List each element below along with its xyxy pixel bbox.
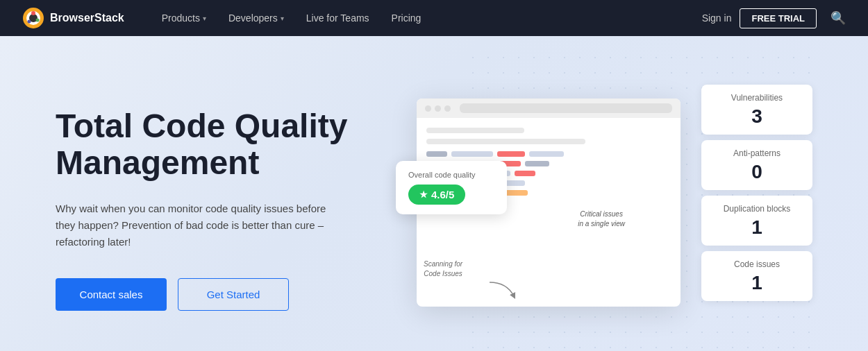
hero-content: Total Code Quality Management Why wait w… — [56, 108, 389, 311]
code-line — [426, 139, 585, 144]
hero-illustration: Overall code quality ★ 4.6/5 Scanning fo… — [389, 78, 812, 341]
code-segment-highlight — [497, 151, 525, 157]
get-started-button[interactable]: Get Started — [178, 278, 289, 311]
code-line — [426, 128, 524, 133]
hero-subtitle: Why wait when you can monitor code quali… — [56, 200, 333, 250]
critical-issues-label: Critical issuesin a single view — [578, 209, 625, 229]
sign-in-link[interactable]: Sign in — [702, 12, 732, 24]
free-trial-button[interactable]: FREE TRIAL — [740, 8, 817, 28]
quality-card: Overall code quality ★ 4.6/5 — [396, 161, 507, 214]
svg-point-5 — [28, 20, 31, 24]
contact-sales-button[interactable]: Contact sales — [56, 278, 167, 311]
nav-links: Products ▾ Developers ▾ Live for Teams P… — [152, 8, 702, 28]
browser-header — [417, 99, 681, 118]
quality-badge: ★ 4.6/5 — [408, 185, 465, 205]
hero-section: Total Code Quality Management Why wait w… — [0, 36, 868, 351]
chevron-down-icon: ▾ — [203, 15, 206, 22]
stat-value: 0 — [712, 162, 801, 182]
stats-column: Vulnerabilities 3 Anti-patterns 0 Duplic… — [701, 85, 812, 301]
navbar: BrowserStack Products ▾ Developers ▾ Liv… — [0, 0, 868, 36]
chevron-down-icon: ▾ — [281, 15, 284, 22]
stat-name: Vulnerabilities — [712, 93, 801, 103]
stat-value: 1 — [712, 273, 801, 293]
nav-live-for-teams[interactable]: Live for Teams — [297, 8, 379, 28]
stat-card-codeissues: Code issues 1 — [701, 251, 812, 301]
nav-developers[interactable]: Developers ▾ — [219, 8, 294, 28]
code-segment — [525, 161, 549, 166]
quality-card-label: Overall code quality — [408, 171, 494, 179]
stat-name: Code issues — [712, 259, 801, 269]
stat-value: 3 — [712, 107, 801, 126]
browser-dot-green — [444, 105, 451, 112]
browser-urlbar — [460, 103, 672, 113]
svg-point-3 — [31, 11, 35, 15]
browser-dot-yellow — [435, 105, 441, 112]
nav-actions: Sign in FREE TRIAL 🔍 — [702, 8, 846, 28]
search-icon[interactable]: 🔍 — [831, 10, 846, 26]
browserstack-logo-icon — [22, 7, 44, 29]
browser-dot-red — [425, 105, 431, 112]
stat-value: 1 — [712, 218, 801, 237]
code-segment — [529, 151, 564, 157]
quality-value: 4.6/5 — [431, 189, 454, 200]
scanning-arrow-icon — [486, 279, 521, 300]
stat-name: Anti-patterns — [712, 148, 801, 158]
code-segment — [426, 151, 447, 157]
nav-pricing[interactable]: Pricing — [382, 8, 431, 28]
stat-card-duplication: Duplication blocks 1 — [701, 196, 812, 246]
scanning-label: Scanning forCode Issues — [424, 259, 462, 279]
stat-name: Duplication blocks — [712, 204, 801, 214]
code-row — [426, 151, 671, 157]
nav-products[interactable]: Products ▾ — [152, 8, 216, 28]
stat-card-vulnerabilities: Vulnerabilities 3 — [701, 85, 812, 135]
code-segment — [451, 151, 493, 157]
hero-title: Total Code Quality Management — [56, 108, 389, 182]
logo[interactable]: BrowserStack — [22, 7, 124, 29]
svg-point-4 — [36, 19, 40, 22]
star-icon: ★ — [419, 189, 428, 200]
logo-text: BrowserStack — [50, 12, 124, 24]
code-segment-highlight — [515, 171, 535, 176]
stat-card-antipatterns: Anti-patterns 0 — [701, 140, 812, 190]
hero-buttons: Contact sales Get Started — [56, 278, 389, 311]
